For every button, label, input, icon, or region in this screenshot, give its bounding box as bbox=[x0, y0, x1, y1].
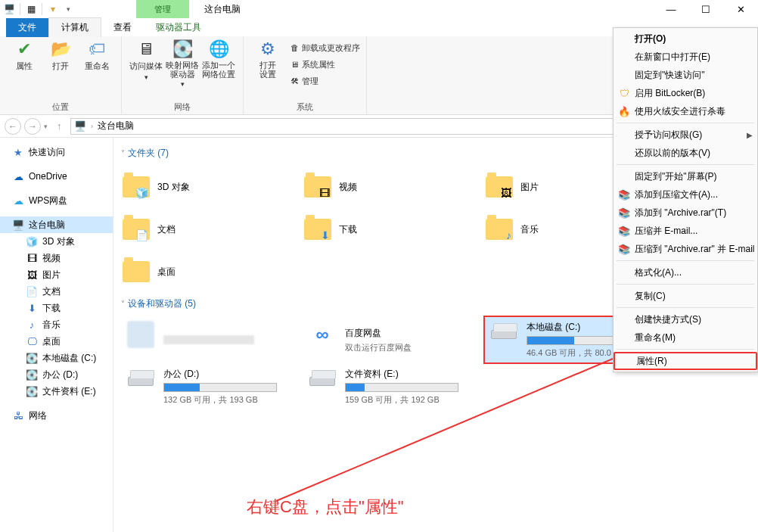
drive-blurred[interactable] bbox=[121, 316, 303, 363]
sidebar-downloads[interactable]: ⬇下载 bbox=[0, 300, 113, 316]
ctx-add-archive[interactable]: 📚添加到压缩文件(A)... bbox=[614, 185, 757, 204]
tab-view[interactable]: 查看 bbox=[101, 18, 144, 37]
sidebar-pictures[interactable]: 🖼图片 bbox=[0, 266, 113, 283]
close-button[interactable]: ✕ bbox=[723, 0, 758, 18]
minimize-button[interactable]: — bbox=[654, 0, 688, 18]
drive-d[interactable]: 办公 (D:) 132 GB 可用，共 193 GB bbox=[121, 363, 303, 410]
folder-open-icon: 📂 bbox=[51, 39, 71, 59]
star-icon: ★ bbox=[12, 147, 24, 158]
qat-newfolder-icon[interactable]: ▾ bbox=[47, 3, 59, 15]
ctx-open[interactable]: 打开(O) bbox=[614, 30, 757, 48]
ribbon-rename[interactable]: 🏷重命名 bbox=[79, 39, 115, 72]
ribbon-properties[interactable]: ✔属性 bbox=[6, 39, 42, 72]
nav-forward[interactable]: → bbox=[24, 118, 41, 135]
nav-recent[interactable]: ▾ bbox=[44, 123, 48, 130]
sidebar-network[interactable]: 🖧网络 bbox=[0, 407, 113, 424]
blurred-label bbox=[163, 335, 254, 344]
tab-drive-tools[interactable]: 驱动器工具 bbox=[144, 18, 213, 37]
folder-downloads[interactable]: ⬇下载 bbox=[303, 208, 484, 250]
contextual-tab-label: 管理 bbox=[136, 0, 189, 18]
ctx-bitlocker[interactable]: 🛡启用 BitLocker(B) bbox=[614, 84, 757, 102]
ctx-huorong[interactable]: 🔥使用火绒安全进行杀毒 bbox=[614, 102, 757, 120]
cube-icon: 🧊 bbox=[26, 236, 38, 247]
picture-icon: 🖼 bbox=[26, 269, 38, 281]
ribbon-group-system: 系统 bbox=[297, 100, 313, 113]
sidebar-drive-c[interactable]: 💽本地磁盘 (C:) bbox=[0, 350, 113, 366]
drive-baidu[interactable]: ∞ 百度网盘双击运行百度网盘 bbox=[303, 316, 484, 363]
hdd-icon bbox=[491, 330, 517, 339]
ribbon-uninstall[interactable]: 🗑卸载或更改程序 bbox=[290, 39, 360, 56]
ribbon-manage[interactable]: 🛠管理 bbox=[290, 73, 360, 89]
document-icon: 📄 bbox=[26, 286, 38, 297]
sidebar-thispc[interactable]: 🖥️这台电脑 bbox=[0, 216, 113, 233]
books-icon: 📚 bbox=[618, 244, 630, 255]
globe-icon: 🌐 bbox=[209, 39, 229, 59]
folder-documents[interactable]: 📄文档 bbox=[121, 208, 303, 250]
sidebar-onedrive[interactable]: ☁OneDrive bbox=[0, 168, 113, 185]
ribbon-map-drive[interactable]: 💽映射网络 驱动器▾ bbox=[164, 39, 200, 88]
document-icon: 📄 bbox=[135, 229, 148, 241]
ctx-email-rar[interactable]: 📚压缩到 "Archive.rar" 并 E-mail bbox=[614, 240, 757, 258]
nav-up[interactable]: ↑ bbox=[51, 118, 67, 135]
folder-videos[interactable]: 🎞视频 bbox=[303, 166, 484, 208]
ribbon-access-media[interactable]: 🖥访问媒体▾ bbox=[128, 39, 164, 88]
hdd-icon bbox=[309, 377, 335, 386]
nav-back[interactable]: ← bbox=[5, 118, 21, 135]
sidebar-quick-access[interactable]: ★快速访问 bbox=[0, 144, 113, 160]
tab-computer[interactable]: 计算机 bbox=[48, 17, 101, 37]
ribbon-open-settings[interactable]: ⚙打开 设置 bbox=[250, 39, 286, 89]
maximize-button[interactable]: ☐ bbox=[688, 0, 723, 18]
ribbon-group-location: 位置 bbox=[52, 100, 69, 113]
film-icon: 🎞 bbox=[26, 253, 38, 264]
chevron-right-icon: ▶ bbox=[747, 131, 753, 139]
sidebar-videos[interactable]: 🎞视频 bbox=[0, 250, 113, 266]
books-icon: 📚 bbox=[618, 207, 630, 219]
window-title: 这台电脑 bbox=[204, 3, 241, 16]
hdd-icon bbox=[128, 377, 154, 386]
ribbon-add-net[interactable]: 🌐添加一个 网络位置 bbox=[200, 39, 237, 88]
tab-file[interactable]: 文件 bbox=[6, 18, 48, 37]
ribbon-sys-props[interactable]: 🖥系统属性 bbox=[290, 56, 360, 73]
sysmenu-icon[interactable]: 🖥️ bbox=[3, 3, 15, 15]
ctx-rename[interactable]: 重命名(M) bbox=[614, 328, 757, 347]
film-icon: 🎞 bbox=[319, 187, 330, 199]
ctx-email[interactable]: 📚压缩并 E-mail... bbox=[614, 222, 757, 240]
server-icon: 🖥 bbox=[138, 39, 154, 59]
sidebar-drive-d[interactable]: 💽办公 (D:) bbox=[0, 366, 113, 383]
ctx-add-archive-rar[interactable]: 📚添加到 "Archive.rar"(T) bbox=[614, 204, 757, 222]
drive-icon: 💽 bbox=[172, 39, 193, 59]
ribbon-open[interactable]: 📂打开 bbox=[42, 39, 79, 72]
sidebar-music[interactable]: ♪音乐 bbox=[0, 316, 113, 333]
qat-customize-icon[interactable]: ▾ bbox=[62, 3, 74, 15]
ribbon-group-network: 网络 bbox=[174, 100, 191, 113]
drive-e[interactable]: 文件资料 (E:) 159 GB 可用，共 192 GB bbox=[303, 363, 484, 410]
ctx-shortcut[interactable]: 创建快捷方式(S) bbox=[614, 310, 757, 328]
sidebar-wps[interactable]: ☁WPS网盘 bbox=[0, 192, 113, 209]
folder-desktop[interactable]: 桌面 bbox=[121, 250, 303, 293]
breadcrumb[interactable]: 这台电脑 bbox=[98, 120, 134, 132]
sidebar-drive-e[interactable]: 💽文件资料 (E:) bbox=[0, 383, 113, 400]
ctx-properties[interactable]: 属性(R) bbox=[614, 352, 757, 370]
desktop-icon: 🖵 bbox=[26, 336, 38, 347]
picture-icon: 🖼 bbox=[501, 187, 511, 199]
shield-icon: 🛡 bbox=[618, 88, 630, 99]
qat-properties-icon[interactable]: ▦ bbox=[25, 3, 37, 15]
ctx-pin-quick[interactable]: 固定到"快速访问" bbox=[614, 66, 757, 84]
gear-icon: ⚙ bbox=[260, 39, 275, 59]
books-icon: 📚 bbox=[618, 189, 630, 201]
sidebar-documents[interactable]: 📄文档 bbox=[0, 283, 113, 300]
ctx-pin-start[interactable]: 固定到"开始"屏幕(P) bbox=[614, 167, 757, 185]
ctx-copy[interactable]: 复制(C) bbox=[614, 287, 757, 305]
sidebar-desktop[interactable]: 🖵桌面 bbox=[0, 333, 113, 350]
ctx-prev-versions[interactable]: 还原以前的版本(V) bbox=[614, 144, 757, 162]
baidu-icon: ∞ bbox=[309, 321, 336, 348]
ctx-format[interactable]: 格式化(A)... bbox=[614, 263, 757, 282]
ctx-new-window[interactable]: 在新窗口中打开(E) bbox=[614, 48, 757, 66]
uninstall-icon: 🗑 bbox=[290, 43, 299, 52]
ctx-grant-access[interactable]: 授予访问权限(G)▶ bbox=[614, 126, 757, 144]
folder-3dobjects[interactable]: 🧊3D 对象 bbox=[121, 166, 303, 208]
blurred-icon bbox=[127, 321, 154, 348]
cube-icon: 🧊 bbox=[135, 187, 148, 199]
check-icon: ✔ bbox=[17, 39, 31, 59]
sidebar-3dobjects[interactable]: 🧊3D 对象 bbox=[0, 233, 113, 250]
